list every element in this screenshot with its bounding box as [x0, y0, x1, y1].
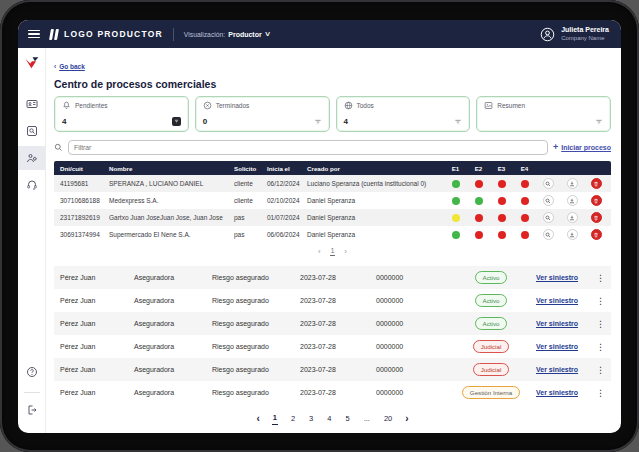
view-button[interactable] [543, 178, 554, 189]
status-dot [475, 197, 483, 205]
visualizacion-dropdown[interactable]: Visualización: Productor ∨ [184, 30, 270, 38]
sidebar-divider [24, 392, 40, 393]
filter-badge-icon[interactable] [172, 117, 181, 126]
prev-page-icon[interactable]: ‹ [318, 247, 321, 256]
status-badge: Judicial [473, 363, 510, 376]
delete-button[interactable] [591, 229, 602, 240]
menu-icon[interactable] [28, 30, 40, 39]
search-document-icon [26, 125, 38, 137]
report-icon [484, 101, 493, 110]
table2-pagination: ‹ 1 2 3 4 5 ... 20 › [54, 413, 611, 425]
card-label: Resumen [497, 102, 525, 109]
view-button[interactable] [543, 229, 554, 240]
download-button[interactable] [567, 178, 578, 189]
col-solicito: Solicito [234, 165, 267, 172]
status-badge: Gestión Interna [462, 386, 520, 399]
col-inicia: Inicia el [267, 165, 307, 172]
card-value: 0 [203, 117, 207, 126]
page-4[interactable]: 4 [326, 414, 332, 425]
visualizacion-label: Visualización: [184, 31, 225, 38]
sidebar-item-process-center[interactable] [18, 146, 45, 170]
list-item: Pérez Juan Aseguradora Riesgo asegurado … [54, 312, 611, 335]
page-5[interactable]: 5 [344, 414, 350, 425]
funnel-icon[interactable] [454, 118, 462, 126]
download-button[interactable] [567, 195, 578, 206]
start-process-button[interactable]: + Iniciar proceso [553, 143, 611, 152]
nav-divider [173, 28, 174, 41]
sidebar-item-support[interactable] [18, 173, 45, 197]
card-pendientes[interactable]: Pendientes 4 [54, 96, 189, 132]
kebab-menu-icon[interactable]: ⋮ [596, 365, 605, 375]
list-item: Pérez Juan Aseguradora Riesgo asegurado … [54, 358, 611, 381]
status-dot [521, 180, 529, 188]
user-company: Company Name [561, 35, 609, 43]
funnel-icon[interactable] [314, 118, 322, 126]
col-dni: Dni/cuit [54, 165, 109, 172]
kebab-menu-icon[interactable]: ⋮ [596, 319, 605, 329]
list-item: Pérez Juan Aseguradora Riesgo asegurado … [54, 289, 611, 312]
delete-button[interactable] [591, 212, 602, 223]
status-dot [521, 231, 529, 239]
status-dot [498, 214, 506, 222]
page-ellipsis: ... [363, 414, 371, 425]
kebab-menu-icon[interactable]: ⋮ [596, 388, 605, 398]
status-dot [452, 214, 460, 222]
status-dot [498, 197, 506, 205]
globe-icon [344, 101, 353, 110]
card-todos[interactable]: Todos 4 [336, 96, 471, 132]
top-navbar: LOGO PRODUCTOR Visualización: Productor … [18, 20, 621, 48]
next-page-icon[interactable]: › [405, 413, 408, 424]
list-item: Pérez Juan Aseguradora Riesgo asegurado … [54, 335, 611, 358]
next-page-icon[interactable]: › [344, 247, 347, 256]
filter-input[interactable] [68, 140, 548, 155]
delete-button[interactable] [591, 178, 602, 189]
page-2[interactable]: 2 [290, 414, 296, 425]
card-label: Todos [357, 102, 374, 109]
status-dot [498, 180, 506, 188]
col-e2: E2 [467, 165, 490, 172]
funnel-icon[interactable] [595, 118, 603, 126]
help-icon [26, 366, 38, 378]
status-dot [475, 180, 483, 188]
view-button[interactable] [543, 212, 554, 223]
ver-siniestro-link[interactable]: Ver siniestro [536, 274, 578, 281]
download-button[interactable] [567, 212, 578, 223]
ver-siniestro-link[interactable]: Ver siniestro [536, 343, 578, 350]
status-badge: Judicial [473, 340, 510, 353]
col-e1: E1 [444, 165, 467, 172]
kebab-menu-icon[interactable]: ⋮ [596, 342, 605, 352]
table-row: 30691374994 Supermercado El Nene S.A. pa… [54, 226, 611, 243]
sidebar [18, 48, 46, 433]
sidebar-item-logout[interactable] [24, 398, 40, 422]
page-3[interactable]: 3 [308, 414, 314, 425]
card-terminados[interactable]: Terminados 0 [195, 96, 330, 132]
status-badge: Activo [475, 294, 508, 307]
card-resumen[interactable]: Resumen [476, 96, 611, 132]
go-back-link[interactable]: ‹ Go back [54, 63, 85, 70]
status-dot [452, 180, 460, 188]
col-e3: E3 [490, 165, 513, 172]
ver-siniestro-link[interactable]: Ver siniestro [536, 389, 578, 396]
kebab-menu-icon[interactable]: ⋮ [596, 273, 605, 283]
card-label: Pendientes [75, 102, 108, 109]
prev-page-icon[interactable]: ‹ [256, 413, 259, 424]
page-20[interactable]: 20 [383, 414, 393, 425]
card-value: 4 [344, 117, 348, 126]
chevron-down-icon: ∨ [264, 30, 271, 38]
download-button[interactable] [567, 229, 578, 240]
page-number[interactable]: 1 [330, 247, 336, 256]
user-menu[interactable]: Julieta Pereira Company Name [540, 26, 609, 42]
sidebar-item-help[interactable] [24, 360, 40, 384]
search-icon [54, 143, 63, 152]
view-button[interactable] [543, 195, 554, 206]
kebab-menu-icon[interactable]: ⋮ [596, 296, 605, 306]
ver-siniestro-link[interactable]: Ver siniestro [536, 366, 578, 373]
sidebar-item-credentials[interactable] [18, 92, 45, 116]
ver-siniestro-link[interactable]: Ver siniestro [536, 297, 578, 304]
ver-siniestro-link[interactable]: Ver siniestro [536, 320, 578, 327]
page-1[interactable]: 1 [272, 413, 278, 425]
list-item: Pérez Juan Aseguradora Riesgo asegurado … [54, 381, 611, 404]
sidebar-item-search-docs[interactable] [18, 119, 45, 143]
process-table: Dni/cuit Nombre Solicito Inicia el Cread… [54, 161, 611, 243]
delete-button[interactable] [591, 195, 602, 206]
